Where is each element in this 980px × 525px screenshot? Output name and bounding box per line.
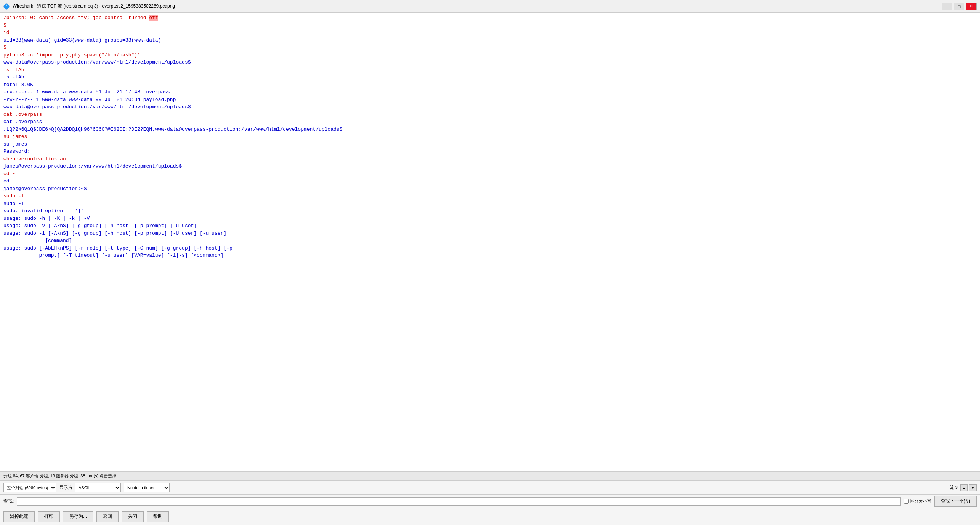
action-buttons: 滤掉此流 打印 另存为... 返回 关闭 帮助 bbox=[0, 508, 980, 525]
terminal-line: usage: sudo -h | -K | -k | -V bbox=[3, 215, 977, 222]
terminal-line: /bin/sh: 0: can't access tty; job contro… bbox=[3, 14, 977, 22]
terminal-line: usage: sudo [-AbEHknPS] [-r role] [-t ty… bbox=[3, 245, 977, 252]
content-area: /bin/sh: 0: can't access tty; job contro… bbox=[0, 13, 980, 525]
terminal-line: [command] bbox=[3, 237, 977, 245]
save-as-button[interactable]: 另存为... bbox=[63, 511, 93, 522]
search-input[interactable] bbox=[17, 497, 901, 506]
title-bar-left: Wireshark · 追踪 TCP 流 (tcp.stream eq 3) ·… bbox=[3, 3, 175, 10]
print-button[interactable]: 打印 bbox=[38, 511, 60, 522]
status-bar: 分组 84, 67 客户端 分组, 19 服务器 分组, 38 turn(s).… bbox=[0, 471, 980, 480]
terminal-line: su james bbox=[3, 141, 977, 148]
terminal-line: -rw-r--r-- 1 www-data www-data 51 Jul 21… bbox=[3, 88, 977, 96]
terminal-line: www-data@overpass-production:/var/www/ht… bbox=[3, 59, 977, 66]
case-sensitive-container: 区分大小写 bbox=[904, 498, 931, 504]
terminal-line: www-data@overpass-production:/var/www/ht… bbox=[3, 103, 977, 111]
terminal-line: james@overpass-production:/var/www/html/… bbox=[3, 163, 977, 170]
title-bar: Wireshark · 追踪 TCP 流 (tcp.stream eq 3) ·… bbox=[0, 0, 980, 13]
display-as-select[interactable]: ASCIIUTF-8UTF-16Hex DumpC ArraysRaw bbox=[75, 483, 121, 492]
terminal-line: sudo: invalid option -- ']' bbox=[3, 207, 977, 215]
terminal-line: -rw-r--r-- 1 www-data www-data 99 Jul 21… bbox=[3, 96, 977, 104]
toolbar-bottom: 整个对话 (6980 bytes) 显示为 ASCIIUTF-8UTF-16He… bbox=[0, 480, 980, 494]
status-text: 分组 84, 67 客户端 分组, 19 服务器 分组, 38 turn(s).… bbox=[3, 473, 118, 479]
case-sensitive-label: 区分大小写 bbox=[910, 498, 931, 504]
terminal-line: ,LQ?2>6QiQ$JDE6>Q[QA2DDQiQH96?6G6C?@E62C… bbox=[3, 126, 977, 133]
terminal-line: $ bbox=[3, 44, 977, 51]
search-bar: 查找: 区分大小写 查找下一个(N) bbox=[0, 494, 980, 508]
terminal-line: cd ~ bbox=[3, 178, 977, 185]
close-dialog-button[interactable]: 关闭 bbox=[122, 511, 144, 522]
terminal-line: cd ~ bbox=[3, 170, 977, 178]
terminal-line: uid=33(www-data) gid=33(www-data) groups… bbox=[3, 37, 977, 44]
maximize-button[interactable]: □ bbox=[954, 3, 964, 10]
terminal-line: ls -lAh bbox=[3, 66, 977, 74]
terminal-line: python3 -c 'import pty;pty.spawn("/bin/b… bbox=[3, 51, 977, 59]
window-controls: — □ ✕ bbox=[942, 3, 977, 10]
display-as-label: 显示为 bbox=[59, 485, 72, 490]
terminal-line: whenevernoteartinstant bbox=[3, 155, 977, 163]
delta-times-select[interactable]: No delta timesTurn delta timesAll delta … bbox=[124, 483, 170, 492]
back-button[interactable]: 返回 bbox=[96, 511, 119, 522]
terminal-line: cat .overpass bbox=[3, 111, 977, 118]
wireshark-icon bbox=[3, 3, 10, 10]
stream-label: 流 bbox=[950, 485, 954, 490]
filter-stream-button[interactable]: 滤掉此流 bbox=[3, 511, 35, 522]
terminal-line: id bbox=[3, 29, 977, 37]
terminal-line: james@overpass-production:~$ bbox=[3, 185, 977, 193]
stream-down-button[interactable]: ▼ bbox=[969, 484, 977, 491]
terminal-line: Password: bbox=[3, 148, 977, 155]
minimize-button[interactable]: — bbox=[942, 3, 952, 10]
terminal-line: sudo -l] bbox=[3, 192, 977, 200]
terminal-line: total 8.0K bbox=[3, 81, 977, 89]
terminal-line: sudo -l] bbox=[3, 200, 977, 208]
stream-info: 流 3 ▲ ▼ bbox=[950, 484, 977, 491]
case-sensitive-checkbox[interactable] bbox=[904, 499, 909, 504]
terminal-line: usage: sudo -l [-AknS] [-g group] [-h ho… bbox=[3, 230, 977, 237]
terminal-line: ls -lAh bbox=[3, 74, 977, 81]
stream-up-button[interactable]: ▲ bbox=[960, 484, 968, 491]
terminal-output[interactable]: /bin/sh: 0: can't access tty; job contro… bbox=[0, 13, 980, 471]
help-button[interactable]: 帮助 bbox=[147, 511, 169, 522]
search-label: 查找: bbox=[3, 498, 14, 504]
terminal-line: prompt] [-T timeout] [-u user] [VAR=valu… bbox=[3, 252, 977, 259]
close-button[interactable]: ✕ bbox=[966, 3, 977, 10]
terminal-line: su james bbox=[3, 133, 977, 141]
terminal-line: $ bbox=[3, 22, 977, 29]
find-next-button[interactable]: 查找下一个(N) bbox=[934, 496, 977, 507]
conversation-select[interactable]: 整个对话 (6980 bytes) bbox=[3, 483, 56, 492]
terminal-line: usage: sudo -v [-AknS] [-g group] [-h ho… bbox=[3, 222, 977, 230]
terminal-line: cat .overpass bbox=[3, 118, 977, 126]
main-window: Wireshark · 追踪 TCP 流 (tcp.stream eq 3) ·… bbox=[0, 0, 980, 525]
window-title: Wireshark · 追踪 TCP 流 (tcp.stream eq 3) ·… bbox=[13, 3, 175, 10]
